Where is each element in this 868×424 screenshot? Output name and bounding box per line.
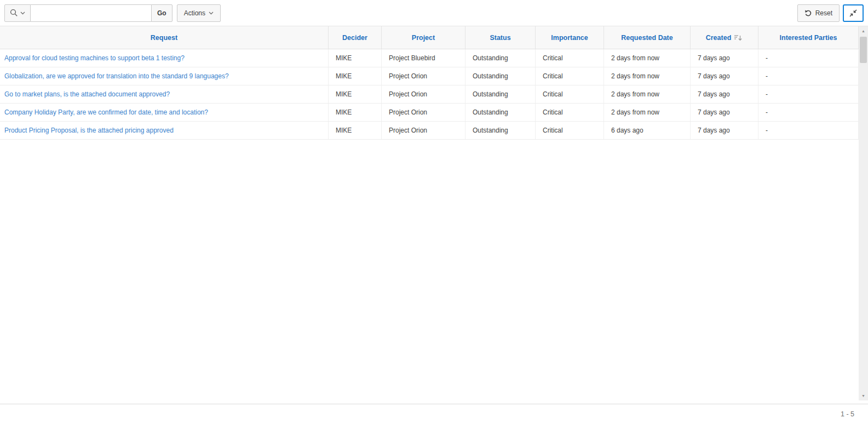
- cell-requested-date: 2 days from now: [604, 67, 691, 85]
- table-row: Product Pricing Proposal, is the attache…: [0, 122, 859, 140]
- cell-interested-parties: -: [758, 122, 859, 139]
- column-header-label: Project: [412, 34, 435, 42]
- column-header-label: Interested Parties: [780, 34, 837, 42]
- reset-button-label: Reset: [815, 9, 832, 17]
- cell-interested-parties: -: [758, 85, 859, 103]
- collapse-report-button[interactable]: [843, 4, 864, 22]
- cell-request: Globalization, are we approved for trans…: [0, 67, 329, 85]
- request-link[interactable]: Company Holiday Party, are we confirmed …: [4, 108, 208, 116]
- table-row: Globalization, are we approved for trans…: [0, 67, 859, 85]
- column-header-project[interactable]: Project: [382, 26, 465, 49]
- cell-created: 7 days ago: [691, 67, 758, 85]
- cell-request: Company Holiday Party, are we confirmed …: [0, 104, 329, 121]
- report-footer: 1 - 5: [0, 404, 868, 424]
- toolbar: Go Actions Reset: [0, 0, 868, 26]
- scroll-down-arrow-icon[interactable]: ▼: [859, 391, 868, 400]
- cell-interested-parties: -: [758, 104, 859, 121]
- chevron-down-icon: [20, 12, 25, 15]
- cell-status: Outstanding: [465, 49, 536, 67]
- cell-created: 7 days ago: [691, 85, 758, 103]
- request-link[interactable]: Product Pricing Proposal, is the attache…: [4, 127, 174, 134]
- go-button[interactable]: Go: [151, 4, 173, 22]
- cell-created: 7 days ago: [691, 122, 758, 139]
- column-header-created[interactable]: Created: [691, 26, 758, 49]
- column-header-label: Decider: [342, 34, 367, 42]
- cell-requested-date: 2 days from now: [604, 85, 691, 103]
- actions-button-label: Actions: [184, 9, 205, 17]
- cell-status: Outstanding: [465, 104, 536, 121]
- cell-requested-date: 6 days ago: [604, 122, 691, 139]
- column-header-label: Status: [490, 34, 510, 42]
- cell-request: Product Pricing Proposal, is the attache…: [0, 122, 329, 139]
- cell-importance: Critical: [536, 104, 604, 121]
- search-bar: Go: [4, 4, 173, 22]
- cell-importance: Critical: [536, 85, 604, 103]
- collapse-icon: [849, 9, 858, 18]
- cell-project: Project Bluebird: [382, 49, 465, 67]
- cell-request: Approval for cloud testing machines to s…: [0, 49, 329, 67]
- column-header-label: Request: [151, 34, 177, 42]
- cell-created: 7 days ago: [691, 49, 758, 67]
- cell-project: Project Orion: [382, 104, 465, 121]
- table-header-row: RequestDeciderProjectStatusImportanceReq…: [0, 26, 859, 49]
- scrollbar-thumb[interactable]: [860, 37, 867, 63]
- column-header-requested-date[interactable]: Requested Date: [604, 26, 691, 49]
- cell-importance: Critical: [536, 67, 604, 85]
- cell-importance: Critical: [536, 122, 604, 139]
- cell-project: Project Orion: [382, 67, 465, 85]
- table-row: Approval for cloud testing machines to s…: [0, 49, 859, 67]
- cell-requested-date: 2 days from now: [604, 49, 691, 67]
- cell-created: 7 days ago: [691, 104, 758, 121]
- request-link[interactable]: Approval for cloud testing machines to s…: [4, 54, 185, 62]
- cell-requested-date: 2 days from now: [604, 104, 691, 121]
- column-header-label: Requested Date: [621, 34, 672, 42]
- column-header-request[interactable]: Request: [0, 26, 329, 49]
- cell-decider: MIKE: [329, 49, 382, 67]
- cell-decider: MIKE: [329, 122, 382, 139]
- cell-interested-parties: -: [758, 67, 859, 85]
- vertical-scrollbar[interactable]: ▲ ▼: [859, 26, 868, 400]
- search-icon: [10, 9, 18, 17]
- cell-status: Outstanding: [465, 67, 536, 85]
- pagination-range: 1 - 5: [841, 410, 854, 418]
- cell-status: Outstanding: [465, 85, 536, 103]
- request-link[interactable]: Globalization, are we approved for trans…: [4, 72, 229, 80]
- report-table: RequestDeciderProjectStatusImportanceReq…: [0, 26, 859, 140]
- toolbar-right: Reset: [797, 4, 864, 22]
- table-row: Go to market plans, is the attached docu…: [0, 85, 859, 104]
- scroll-up-arrow-icon[interactable]: ▲: [859, 26, 868, 36]
- column-header-decider[interactable]: Decider: [329, 26, 382, 49]
- cell-importance: Critical: [536, 49, 604, 67]
- request-link[interactable]: Go to market plans, is the attached docu…: [4, 90, 170, 98]
- cell-request: Go to market plans, is the attached docu…: [0, 85, 329, 103]
- column-header-label: Importance: [551, 34, 588, 42]
- column-header-label: Created: [706, 34, 732, 42]
- cell-project: Project Orion: [382, 122, 465, 139]
- toolbar-left: Go Actions: [4, 4, 221, 22]
- table-body: Approval for cloud testing machines to s…: [0, 49, 859, 140]
- reset-undo-icon: [804, 9, 812, 17]
- search-options-button[interactable]: [4, 4, 31, 22]
- cell-decider: MIKE: [329, 67, 382, 85]
- sort-descending-icon: [734, 34, 743, 42]
- cell-decider: MIKE: [329, 104, 382, 121]
- actions-button[interactable]: Actions: [177, 4, 221, 22]
- column-header-interested-parties[interactable]: Interested Parties: [758, 26, 859, 49]
- cell-status: Outstanding: [465, 122, 536, 139]
- chevron-down-icon: [209, 12, 214, 15]
- cell-interested-parties: -: [758, 49, 859, 67]
- reset-button[interactable]: Reset: [797, 4, 840, 22]
- column-header-importance[interactable]: Importance: [536, 26, 604, 49]
- cell-decider: MIKE: [329, 85, 382, 103]
- column-header-status[interactable]: Status: [465, 26, 536, 49]
- search-input[interactable]: [31, 4, 151, 22]
- cell-project: Project Orion: [382, 85, 465, 103]
- table-row: Company Holiday Party, are we confirmed …: [0, 104, 859, 122]
